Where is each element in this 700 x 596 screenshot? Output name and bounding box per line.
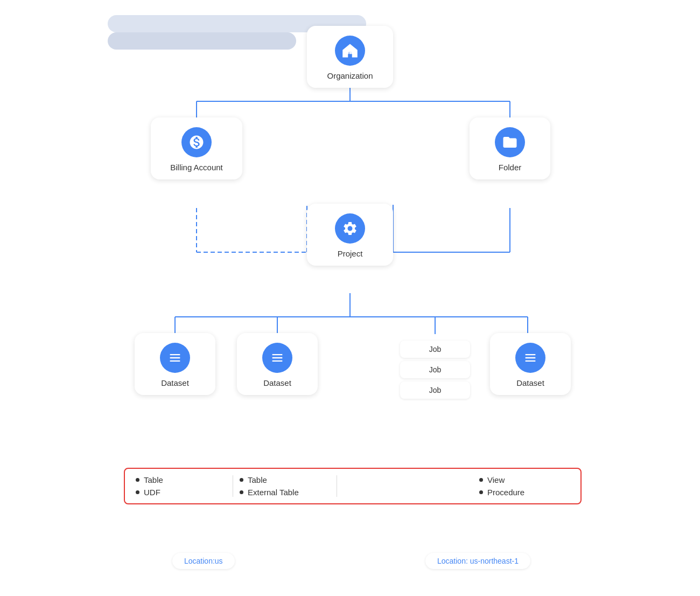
list-icon-1 <box>167 350 183 365</box>
bullet-table-2 <box>240 478 243 482</box>
project-card: Project <box>307 204 393 266</box>
folder-svg-icon <box>502 134 518 150</box>
item-table-1: Table <box>136 475 226 484</box>
project-icon <box>335 213 365 244</box>
project-label: Project <box>338 249 363 258</box>
items-col-1: Table UDF <box>136 475 226 497</box>
item-procedure: Procedure <box>479 488 570 497</box>
folder-label: Folder <box>499 163 522 172</box>
item-table-2: Table <box>240 475 330 484</box>
dataset2-card: Dataset <box>237 333 318 395</box>
list-icon-2 <box>270 350 285 365</box>
bullet-view <box>479 478 483 482</box>
dataset1-label: Dataset <box>161 378 189 387</box>
items-col-2: Table External Table <box>240 475 330 497</box>
job-item-3: Job <box>400 382 470 399</box>
location-right-label: Location: us-northeast-1 <box>425 553 530 569</box>
item-procedure-label: Procedure <box>487 488 524 497</box>
item-external-table-label: External Table <box>248 488 299 497</box>
dataset3-icon <box>515 343 545 373</box>
item-table-1-label: Table <box>144 475 163 484</box>
bullet-external-table <box>240 490 243 494</box>
billing-account-card: Billing Account <box>151 117 242 179</box>
billing-icon <box>181 127 212 157</box>
building-icon <box>342 43 358 59</box>
bullet-procedure <box>479 490 483 494</box>
dollar-icon <box>188 134 205 150</box>
item-view-label: View <box>487 475 505 484</box>
diagram-container: Organization Billing Account Folder Proj… <box>108 15 592 581</box>
region-right <box>108 32 296 50</box>
organization-icon <box>335 36 365 66</box>
gear-icon <box>342 220 358 237</box>
dataset1-icon <box>160 343 190 373</box>
folder-card: Folder <box>470 117 550 179</box>
col-separator-2 <box>337 475 337 497</box>
organization-card: Organization <box>307 26 393 88</box>
dataset2-icon <box>262 343 292 373</box>
folder-icon <box>495 127 525 157</box>
item-external-table: External Table <box>240 488 330 497</box>
items-col-3: View Procedure <box>479 475 570 497</box>
job-list: Job Job Job <box>400 341 470 399</box>
dataset3-label: Dataset <box>516 378 544 387</box>
item-view: View <box>479 475 570 484</box>
bullet-table-1 <box>136 478 139 482</box>
dataset1-card: Dataset <box>135 333 215 395</box>
items-section: Table UDF Table External Table <box>124 468 582 504</box>
job-item-2: Job <box>400 361 470 378</box>
organization-label: Organization <box>327 71 373 80</box>
job-item-1: Job <box>400 341 470 358</box>
col-separator-1 <box>233 475 233 497</box>
item-udf-label: UDF <box>144 488 160 497</box>
location-left-label: Location:us <box>172 553 235 569</box>
bullet-udf <box>136 490 139 494</box>
item-udf: UDF <box>136 488 226 497</box>
dataset3-card: Dataset <box>490 333 571 395</box>
dataset2-label: Dataset <box>263 378 291 387</box>
item-table-2-label: Table <box>248 475 267 484</box>
list-icon-3 <box>523 350 538 365</box>
billing-account-label: Billing Account <box>170 163 223 172</box>
